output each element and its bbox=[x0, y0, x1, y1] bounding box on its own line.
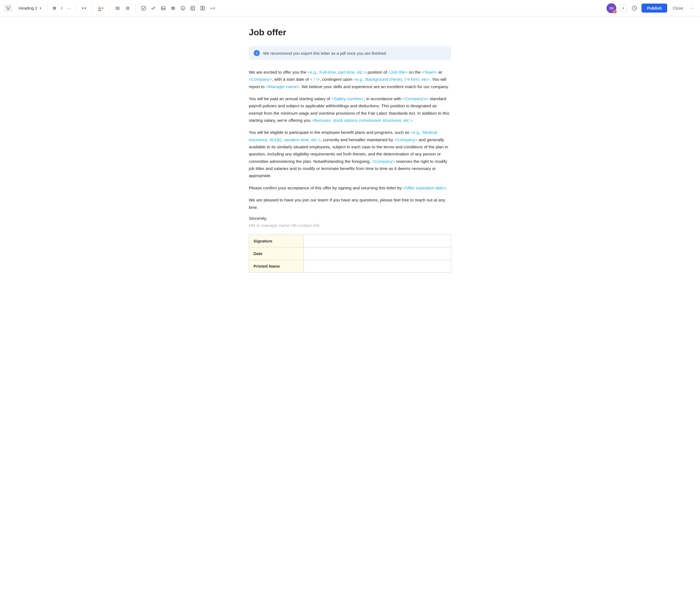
bold-button[interactable]: B bbox=[51, 4, 58, 12]
toolbar-right: CK C + Publish Close ··· bbox=[607, 3, 696, 13]
link-button[interactable] bbox=[149, 4, 158, 12]
svg-point-16 bbox=[172, 7, 174, 9]
svg-point-17 bbox=[181, 6, 185, 10]
list-group: 1.2.3. bbox=[113, 4, 132, 12]
align-button[interactable]: ≡ ▼ bbox=[80, 4, 89, 12]
more-options-button[interactable]: ··· bbox=[689, 4, 696, 12]
link-icon bbox=[151, 6, 156, 11]
svg-rect-0 bbox=[4, 4, 12, 12]
placeholder-team[interactable]: <Team> bbox=[422, 70, 437, 75]
font-color-icon: A bbox=[98, 6, 101, 11]
font-color-button[interactable]: A ▼ bbox=[96, 4, 106, 12]
close-button[interactable]: Close bbox=[670, 4, 686, 12]
table-row: Signature bbox=[249, 234, 451, 247]
align-chevron-icon: ▼ bbox=[84, 6, 87, 10]
svg-rect-14 bbox=[161, 6, 165, 10]
placeholder-job-title[interactable]: <Job title> bbox=[388, 70, 408, 75]
bullet-list-button[interactable] bbox=[113, 4, 122, 12]
divider-4 bbox=[109, 5, 110, 12]
info-text: We recommend you export this letter as a… bbox=[263, 51, 387, 56]
svg-rect-24 bbox=[201, 6, 202, 10]
text-format-group: B I ··· bbox=[51, 4, 73, 12]
heading-chevron-icon: ▼ bbox=[39, 6, 42, 10]
toolbar: Heading 2 ▼ B I ··· ≡ ▼ A ▼ 1.2.3. bbox=[0, 0, 700, 16]
sincerely: Sincerely, bbox=[249, 216, 451, 221]
history-icon bbox=[632, 5, 637, 11]
placeholder-company-1[interactable]: <Company> bbox=[249, 77, 272, 82]
insert-more-button[interactable]: + ▼ bbox=[208, 4, 218, 12]
date-value[interactable] bbox=[304, 247, 451, 260]
paragraph-1: We are excited to offer you the <e.g., F… bbox=[249, 69, 451, 90]
placeholder-company-4[interactable]: <Company> bbox=[372, 159, 395, 164]
svg-rect-13 bbox=[141, 6, 146, 10]
paragraph-2: You will be paid an annual starting sala… bbox=[249, 95, 451, 124]
emoji-button[interactable] bbox=[178, 4, 188, 12]
version-history-button[interactable] bbox=[630, 4, 639, 13]
info-icon: i bbox=[254, 50, 260, 56]
avatar[interactable]: CK C bbox=[607, 3, 616, 13]
table-button[interactable] bbox=[188, 4, 197, 12]
divider-3 bbox=[92, 5, 93, 12]
footer-placeholder: HR or manager name HR contact info bbox=[249, 223, 451, 228]
divider-1 bbox=[47, 5, 48, 12]
layout-icon bbox=[200, 6, 205, 11]
add-collaborator-button[interactable]: + bbox=[619, 4, 627, 12]
align-icon: ≡ bbox=[82, 6, 84, 11]
svg-point-5 bbox=[116, 9, 116, 9]
mention-button[interactable] bbox=[169, 4, 178, 12]
paragraph-5: We are pleased to have you join our team… bbox=[249, 196, 451, 211]
svg-rect-12 bbox=[127, 9, 129, 9]
svg-point-15 bbox=[162, 7, 163, 8]
heading-label: Heading 2 bbox=[19, 6, 37, 11]
info-banner: i We recommend you export this letter as… bbox=[249, 46, 451, 60]
svg-rect-2 bbox=[117, 7, 119, 7]
insert-chevron-icon: ▼ bbox=[213, 6, 216, 10]
signature-value[interactable] bbox=[304, 234, 451, 247]
align-group: ≡ ▼ bbox=[80, 4, 89, 12]
font-color-group: A ▼ bbox=[96, 4, 106, 12]
divider-5 bbox=[135, 5, 136, 12]
numbered-list-icon: 1.2.3. bbox=[125, 6, 130, 11]
insert-plus-icon: + bbox=[210, 6, 213, 11]
content-area: Job offer i We recommend you export this… bbox=[233, 16, 467, 294]
placeholder-salary[interactable]: <Salary number> bbox=[331, 96, 364, 101]
italic-button[interactable]: I bbox=[59, 4, 64, 12]
placeholder-bonuses[interactable]: <Bonuses, stock options commission struc… bbox=[312, 118, 413, 123]
placeholder-contingencies[interactable]: <e.g., Background checks, I-9 form, etc> bbox=[354, 77, 430, 82]
printed-name-label: Printed Name bbox=[249, 260, 304, 272]
image-button[interactable] bbox=[159, 4, 168, 12]
table-row: Printed Name bbox=[249, 260, 451, 272]
placeholder-employment-type[interactable]: <e.g., Full-time, part-time, etc.> bbox=[308, 70, 366, 75]
paragraph-4: Please confirm your acceptance of this o… bbox=[249, 185, 451, 192]
printed-name-value[interactable] bbox=[304, 260, 451, 272]
svg-text:3.: 3. bbox=[125, 8, 126, 10]
svg-rect-25 bbox=[203, 6, 204, 10]
insert-group: + ▼ bbox=[139, 4, 218, 12]
publish-button[interactable]: Publish bbox=[641, 4, 667, 13]
image-icon bbox=[161, 6, 166, 11]
placeholder-expiration-date[interactable]: <Offer expiration date> bbox=[403, 186, 446, 190]
placeholder-start-date[interactable]: < / /> bbox=[310, 77, 320, 82]
document-title: Job offer bbox=[249, 27, 451, 38]
heading-selector[interactable]: Heading 2 ▼ bbox=[16, 5, 44, 12]
paragraph-3: You will be eligible to participate in t… bbox=[249, 129, 451, 179]
table-row: Date bbox=[249, 247, 451, 260]
placeholder-company-2[interactable]: <Company's> bbox=[402, 96, 429, 101]
bullet-list-icon bbox=[115, 6, 120, 11]
numbered-list-button[interactable]: 1.2.3. bbox=[123, 4, 132, 12]
placeholder-manager[interactable]: <Manager name> bbox=[266, 84, 299, 89]
font-color-chevron-icon: ▼ bbox=[101, 6, 104, 10]
svg-point-1 bbox=[116, 6, 116, 7]
layout-button[interactable] bbox=[198, 4, 207, 12]
avatar-badge: C bbox=[613, 10, 617, 14]
signature-table: Signature Date Printed Name bbox=[249, 234, 451, 273]
table-icon bbox=[190, 6, 195, 11]
placeholder-company-3[interactable]: <Company> bbox=[394, 138, 417, 142]
signature-label: Signature bbox=[249, 234, 304, 247]
svg-rect-6 bbox=[117, 9, 119, 9]
more-format-button[interactable]: ··· bbox=[65, 4, 73, 12]
svg-rect-8 bbox=[127, 7, 129, 7]
svg-point-3 bbox=[116, 8, 116, 8]
task-button[interactable] bbox=[139, 4, 148, 12]
emoji-icon bbox=[180, 6, 185, 11]
